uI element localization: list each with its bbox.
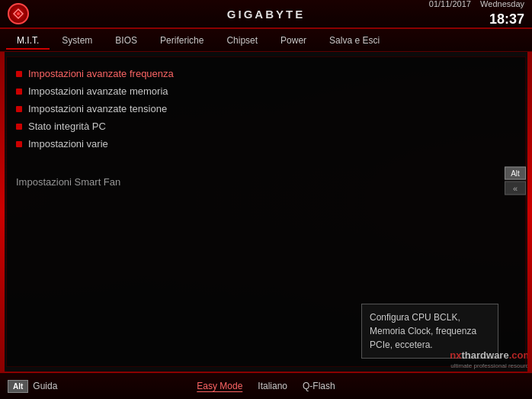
datetime-display: 01/11/2017 Wednesday 18:37 [429,0,524,29]
brand-title: GIGABYTE [227,8,305,21]
bottom-left: Alt Guida [8,380,57,393]
nav-item-power[interactable]: Power [270,32,317,49]
left-panel: Impostazioni avanzate frequenza Impostaz… [6,56,526,367]
menu-item-stato[interactable]: Stato integrità PC [16,117,516,135]
watermark-line2: ultimate professional resource [450,362,532,370]
logo-area [8,3,29,24]
side-decoration-left [0,52,5,372]
menu-dot-stato [16,124,22,130]
submenu-label-smart-fan: Impostazioni Smart Fan [16,176,120,188]
menu-label-memoria: Impostazioni avanzate memoria [28,85,168,97]
alt-button-area: Alt « [505,167,526,195]
menu-label-varie: Impostazioni varie [28,138,108,150]
menu-item-memoria[interactable]: Impostazioni avanzate memoria [16,82,516,100]
bottom-bar: Alt Guida Easy Mode Italiano Q-Flash nxt… [0,372,532,399]
menu-dot-frequenza [16,71,22,77]
italiano-button[interactable]: Italiano [258,381,287,391]
qflash-button[interactable]: Q-Flash [303,381,335,391]
nav-item-save-exit[interactable]: Salva e Esci [319,32,390,49]
bottom-center: Easy Mode Italiano Q-Flash [197,381,335,392]
nav-item-bios[interactable]: BIOS [104,32,148,49]
submenu-item-smart-fan[interactable]: Impostazioni Smart Fan [16,174,516,190]
side-decoration-right [527,52,532,372]
nav-item-system[interactable]: System [51,32,103,49]
guide-label: Guida [33,381,57,391]
menu-item-frequenza[interactable]: Impostazioni avanzate frequenza [16,65,516,82]
menu-label-frequenza: Impostazioni avanzate frequenza [28,68,174,79]
watermark: nxthardware.com ultimate professional re… [450,349,532,370]
alt-button-bottom[interactable]: Alt [8,380,28,393]
nav-item-mit[interactable]: M.I.T. [6,32,50,49]
logo-icon [8,3,29,24]
menu-dot-memoria [16,88,22,95]
alt-button-right[interactable]: Alt [505,167,526,180]
top-bar: GIGABYTE 01/11/2017 Wednesday 18:37 [0,0,532,29]
menu-label-stato: Stato integrità PC [28,121,106,132]
watermark-line1: nxthardware.com [450,349,532,362]
main-content: Impostazioni avanzate frequenza Impostaz… [0,52,532,372]
menu-dot-varie [16,141,22,147]
date-line: 01/11/2017 Wednesday [429,0,524,10]
tooltip-text: Configura CPU BCLK, Memoria Clock, frequ… [370,312,476,350]
menu-item-tensione[interactable]: Impostazioni avanzate tensione [16,100,516,117]
nav-bar: M.I.T. System BIOS Periferiche Chipset P… [0,29,532,52]
menu-dot-tensione [16,106,22,112]
double-arrow-button[interactable]: « [505,182,526,195]
time-display: 18:37 [429,10,524,29]
smart-fan-section: Impostazioni Smart Fan [16,168,516,193]
svg-point-0 [17,12,20,15]
menu-item-varie[interactable]: Impostazioni varie [16,135,516,153]
menu-label-tensione: Impostazioni avanzate tensione [28,103,167,114]
nav-item-periferiche[interactable]: Periferiche [149,32,214,49]
nav-item-chipset[interactable]: Chipset [216,32,268,49]
easy-mode-button[interactable]: Easy Mode [197,381,242,392]
